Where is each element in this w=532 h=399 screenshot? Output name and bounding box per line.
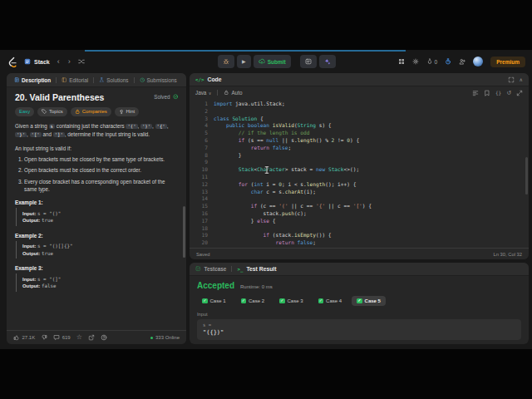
settings-gear-icon[interactable]	[412, 58, 419, 65]
code-line[interactable]: import java.util.Stack;	[214, 101, 529, 108]
code-line[interactable]: } else {	[214, 218, 529, 225]
layout-grid-icon[interactable]	[398, 58, 405, 65]
code-line[interactable]: stack.push(c);	[214, 210, 529, 218]
case-tab-3[interactable]: ✓Case 3	[274, 296, 308, 306]
code-line[interactable]: return false;	[214, 239, 529, 247]
editorial-icon	[62, 77, 67, 83]
next-question-button[interactable]: ›	[67, 58, 71, 66]
tab-editorial[interactable]: Editorial	[58, 77, 91, 83]
case-tab-4[interactable]: ✓Case 4	[313, 296, 347, 306]
solved-check-icon	[173, 94, 179, 100]
tab-submissions[interactable]: Submissions	[136, 77, 180, 83]
statement-text: Given a string	[15, 123, 49, 129]
example-output: Output: true	[22, 218, 178, 223]
online-label: 333 Online	[155, 335, 180, 340]
problem-list-button[interactable]: Stack	[24, 58, 50, 65]
case-check-icon: ✓	[279, 298, 285, 304]
code-line[interactable]	[214, 174, 529, 181]
collapse-panel-icon[interactable]: ∧	[520, 76, 523, 82]
timer-icon[interactable]	[445, 58, 451, 65]
description-scrollbar[interactable]	[183, 206, 185, 258]
code-line[interactable]: // if the length is odd	[214, 130, 529, 137]
input-box[interactable]: s = "({})"	[197, 319, 521, 340]
save-status: Saved	[196, 252, 209, 257]
code-line[interactable]	[214, 108, 529, 116]
code-line[interactable]: if (c == '(' || c == '{' || c == '[') {	[214, 203, 529, 210]
code-line[interactable]: return false;	[214, 145, 529, 152]
rules-list: Open brackets must be closed by the same…	[15, 155, 178, 194]
comment-count: 619	[62, 335, 71, 340]
code-line[interactable]: char c = s.charAt(i);	[214, 189, 529, 196]
submit-button[interactable]: Submit	[254, 55, 291, 68]
bookmark-icon[interactable]	[484, 90, 490, 96]
snippets-icon[interactable]: {}	[495, 90, 501, 96]
example-input-value: s = "()[]{}"	[37, 244, 73, 249]
divider	[93, 77, 94, 83]
help-circle-icon[interactable]	[101, 334, 107, 341]
like-button[interactable]: 27.1K	[13, 334, 35, 341]
case-tab-1[interactable]: ✓Case 1	[197, 296, 231, 306]
tab-test-result[interactable]: Test Result	[246, 266, 276, 272]
code-line[interactable]	[214, 159, 529, 166]
favorite-star-icon[interactable]: ☆	[76, 334, 82, 341]
code-panel-header: </> Code ∧	[190, 73, 529, 86]
thumbs-down-icon[interactable]	[41, 334, 47, 341]
code-line[interactable]: for (int i = 0; i < s.length(); i++) {	[214, 181, 529, 189]
code-line[interactable]: if (stack.isEmpty()) {	[214, 232, 529, 239]
line-number: 20	[190, 239, 208, 247]
flame-icon	[426, 58, 433, 65]
editor-scrollbar[interactable]	[525, 157, 528, 195]
companies-button[interactable]: Companies	[71, 107, 111, 116]
code-line[interactable]	[214, 225, 529, 233]
tab-testcase[interactable]: Testcase	[204, 266, 227, 272]
code-line[interactable]: class Solution {	[214, 116, 529, 123]
top-navbar: Stack ‹ › ▶ Submit	[0, 50, 532, 73]
expand-editor-icon[interactable]	[516, 90, 523, 96]
code-content[interactable]: import java.util.Stack; class Solution {…	[214, 99, 529, 248]
notes-button[interactable]	[300, 55, 317, 68]
reset-code-icon[interactable]: ↺	[506, 90, 511, 96]
shuffle-icon[interactable]	[78, 58, 85, 65]
code-line[interactable]: }	[214, 247, 529, 248]
case-tab-5[interactable]: ✓Case 5	[352, 296, 386, 306]
code-line[interactable]: Stack<Character> stack = new Stack<>();	[214, 166, 529, 174]
leetcode-logo-icon[interactable]	[7, 57, 17, 67]
code-line[interactable]: }	[214, 152, 529, 160]
case-tabs: ✓Case 1✓Case 2✓Case 3✓Case 4✓Case 5	[197, 296, 521, 306]
editor-toolbar: Java ∨ Auto {} ↺	[190, 86, 529, 99]
autocomplete-toggle[interactable]: Auto	[224, 90, 242, 96]
hint-button[interactable]: Hint	[115, 107, 139, 116]
streak-counter[interactable]: 0	[426, 58, 438, 65]
code-line[interactable]: if (s == null || s.length() % 2 != 0) {	[214, 137, 529, 145]
ai-assistant-button[interactable]	[319, 55, 336, 68]
invite-user-icon[interactable]	[459, 58, 466, 65]
example-input-label: Input:	[22, 277, 37, 282]
topics-button[interactable]: Topics	[37, 107, 67, 116]
thumbs-up-icon	[13, 334, 20, 341]
premium-button[interactable]: Premium	[490, 57, 525, 67]
comments-button[interactable]: 619	[53, 334, 71, 341]
run-button[interactable]: ▶	[237, 55, 251, 68]
cloud-upload-icon	[259, 58, 265, 65]
chevron-down-icon: ∨	[209, 91, 212, 96]
example-block: Input: s = "(]"Output: false	[16, 273, 178, 292]
code-line[interactable]: public boolean isValid(String s) {	[214, 122, 529, 130]
online-dot-icon	[150, 337, 153, 339]
user-avatar[interactable]	[473, 57, 483, 66]
share-icon[interactable]	[88, 334, 95, 341]
hint-label: Hint	[126, 109, 135, 114]
example-output: Output: false	[22, 283, 178, 288]
fullscreen-icon[interactable]	[508, 76, 515, 83]
line-number: 16	[190, 210, 208, 218]
format-code-icon[interactable]	[472, 90, 479, 96]
prev-question-button[interactable]: ‹	[57, 58, 61, 66]
tab-solutions[interactable]: Solutions	[96, 77, 131, 83]
code-line[interactable]	[214, 195, 529, 203]
example-output-value: false	[42, 283, 57, 288]
debug-button[interactable]	[218, 55, 234, 68]
code-editor[interactable]: 123456789101112131415161718192021 import…	[190, 99, 529, 248]
difficulty-badge[interactable]: Easy	[15, 107, 34, 116]
case-tab-2[interactable]: ✓Case 2	[236, 296, 270, 306]
language-selector[interactable]: Java ∨	[195, 90, 211, 96]
tab-description[interactable]: Description	[11, 77, 54, 83]
